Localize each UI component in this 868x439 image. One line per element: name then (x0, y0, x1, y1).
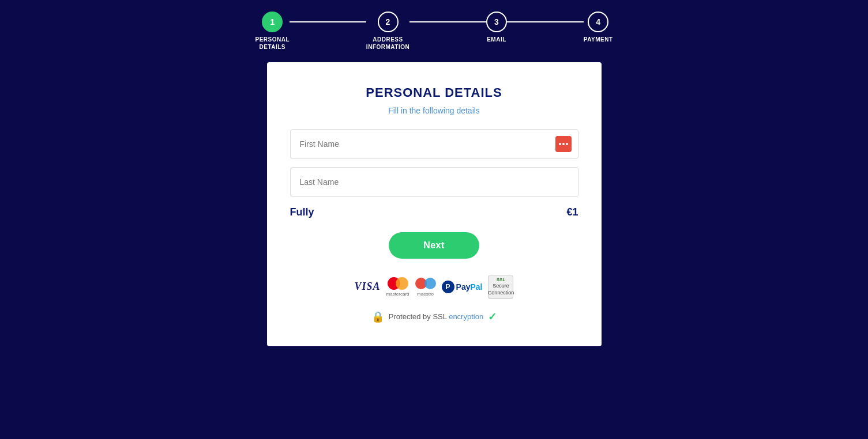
paypal-payment: P PayPal (442, 281, 483, 293)
step-circle-2: 2 (378, 12, 399, 32)
step-line-3-4 (507, 21, 584, 22)
maestro-payment: maestro (415, 277, 436, 297)
step-4: 4 PAYMENT (584, 12, 613, 43)
step-line-2-3 (409, 21, 486, 22)
form-card: PERSONAL DETAILS Fill in the following d… (267, 62, 602, 346)
step-label-2: ADDRESSINFORMATION (366, 36, 409, 51)
step-line-1-2 (290, 21, 366, 22)
ssl-badge: SSL SecureConnection (488, 275, 513, 299)
step-1: 1 PERSONALDETAILS (255, 12, 290, 51)
next-button[interactable]: Next (389, 232, 479, 259)
dot-1 (559, 143, 561, 145)
maestro-blue-circle (424, 278, 436, 289)
ssl-badge-top: SSL (497, 277, 506, 283)
step-label-3: EMAIL (487, 36, 506, 43)
price-row: Fully €1 (290, 206, 578, 218)
ssl-highlight: encryption (449, 312, 483, 321)
price-value: €1 (566, 206, 578, 218)
step-circle-3: 3 (486, 12, 507, 32)
stepper: 1 PERSONALDETAILS 2 ADDRESSINFORMATION 3… (255, 12, 613, 51)
ssl-row: 🔒 Protected by SSL encryption ✓ (290, 311, 578, 323)
dots-icon (559, 143, 568, 145)
dot-2 (562, 143, 565, 145)
maestro-label: maestro (417, 292, 434, 297)
step-2: 2 ADDRESSINFORMATION (366, 12, 409, 51)
paypal-p-icon: P (442, 281, 454, 293)
ssl-badge-sub: SecureConnection (488, 283, 514, 296)
dot-3 (566, 143, 568, 145)
ssl-text: Protected by SSL encryption (389, 312, 483, 321)
step-3: 3 EMAIL (486, 12, 507, 43)
mastercard-payment: mastercard (386, 277, 409, 297)
last-name-input[interactable] (290, 167, 578, 197)
autofill-icon (555, 136, 572, 152)
visa-payment: VISA (355, 281, 381, 293)
step-label-4: PAYMENT (584, 36, 613, 43)
next-button-wrapper: Next (290, 232, 578, 259)
first-name-input[interactable] (290, 129, 578, 159)
last-name-wrapper (290, 167, 578, 197)
mastercard-icon (388, 277, 408, 290)
form-title: PERSONAL DETAILS (290, 85, 578, 100)
maestro-icon (415, 277, 436, 290)
checkmark-icon: ✓ (488, 311, 497, 323)
step-circle-1: 1 (262, 12, 283, 32)
price-label: Fully (290, 206, 314, 218)
visa-logo: VISA (355, 281, 381, 293)
payment-icons: VISA mastercard maestro P PayPal SSL (290, 275, 578, 299)
step-circle-4: 4 (588, 12, 608, 32)
mc-yellow-circle (396, 277, 408, 290)
first-name-wrapper (290, 129, 578, 159)
step-label-1: PERSONALDETAILS (255, 36, 290, 51)
mastercard-label: mastercard (386, 292, 409, 297)
paypal-text: PayPal (456, 282, 483, 292)
lock-icon: 🔒 (371, 311, 384, 323)
form-subtitle: Fill in the following details (290, 106, 578, 115)
